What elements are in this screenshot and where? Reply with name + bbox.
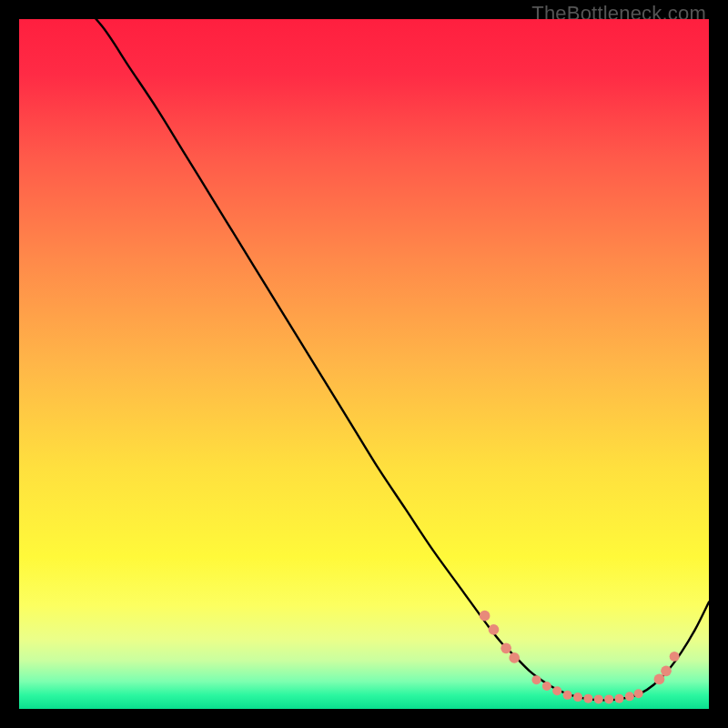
curve-marker (542, 682, 551, 691)
curve-marker (480, 611, 490, 622)
curve-marker (634, 689, 643, 698)
curve-marker (500, 642, 511, 653)
curve-marker (604, 694, 613, 703)
curve-marker (552, 686, 561, 695)
curve-marker (583, 694, 592, 703)
curve-marker (573, 693, 582, 702)
chart-frame (19, 19, 709, 709)
curve-marker (625, 692, 634, 701)
curve-marker (489, 624, 500, 635)
curve-marker (654, 674, 665, 685)
curve-marker (614, 694, 623, 703)
chart-background (19, 19, 709, 709)
curve-marker (594, 694, 603, 703)
curve-marker (509, 652, 520, 663)
bottleneck-chart (19, 19, 709, 709)
curve-marker (670, 652, 680, 662)
curve-marker (563, 691, 572, 700)
curve-marker (532, 675, 541, 684)
curve-marker (661, 665, 672, 676)
